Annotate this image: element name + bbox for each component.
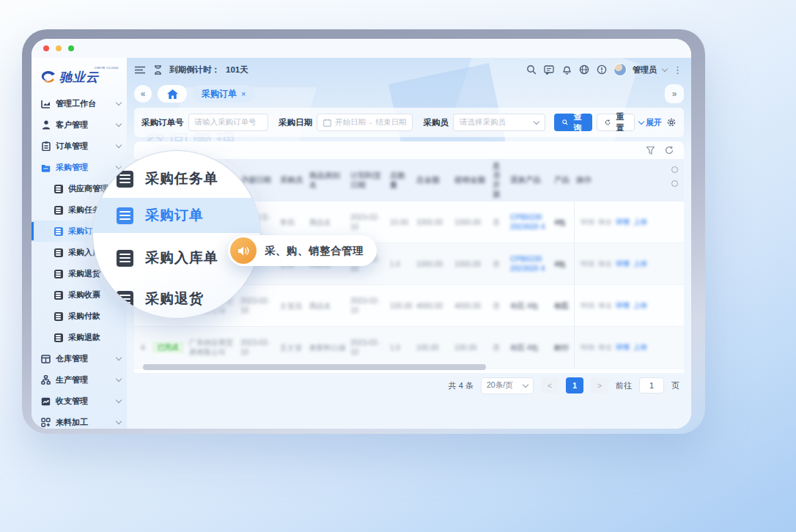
- next-page-button[interactable]: >: [591, 377, 608, 394]
- globe-icon[interactable]: [578, 64, 590, 75]
- expand-chevron-icon: [638, 119, 644, 125]
- row-action-详情[interactable]: 详情: [616, 218, 630, 226]
- message-icon[interactable]: [543, 64, 555, 75]
- order-no-input[interactable]: 请输入采购订单号: [188, 114, 268, 131]
- column-header: 商品类别名: [307, 171, 348, 190]
- tabs-forward-button[interactable]: »: [665, 84, 684, 103]
- table-cell: 1000.00: [452, 259, 490, 269]
- traffic-light-maximize[interactable]: [68, 45, 74, 51]
- row-action-明细[interactable]: 明细: [581, 218, 594, 226]
- table-cell: 商品名: [307, 218, 348, 227]
- sidebar-item-icon: [41, 141, 51, 151]
- sidebar-item-采购付款[interactable]: 采购付款: [32, 306, 127, 327]
- search-icon[interactable]: [526, 64, 537, 75]
- sidebar-item-label: 生产管理: [56, 374, 111, 385]
- product-code-cell[interactable]: CPB0230 2023020 4: [508, 213, 552, 232]
- hourglass-icon: [152, 64, 163, 75]
- table-cell: 主管员: [278, 301, 307, 311]
- row-action-上传[interactable]: 上传: [633, 301, 647, 310]
- row-action-详情[interactable]: 详情: [616, 343, 630, 352]
- tab-purchase-order[interactable]: 采购订单 ×: [193, 85, 254, 103]
- column-gear-icon[interactable]: [671, 166, 678, 173]
- reset-button[interactable]: 重置: [597, 114, 635, 131]
- row-action-修改[interactable]: 修改: [598, 218, 612, 226]
- user-name[interactable]: 管理员: [633, 64, 657, 75]
- list-icon: [54, 227, 63, 236]
- traffic-light-close[interactable]: [43, 45, 49, 51]
- date-range-input[interactable]: 开始日期 - 结束日期: [317, 114, 413, 131]
- user-avatar[interactable]: [613, 63, 627, 76]
- column-config-icons[interactable]: [671, 166, 678, 187]
- row-action-详情[interactable]: 详情: [616, 301, 630, 310]
- column-header: 产品: [552, 175, 574, 185]
- row-action-上传[interactable]: 上传: [633, 343, 647, 352]
- sidebar-item-仓库管理[interactable]: 仓库管理: [32, 348, 127, 369]
- table-refresh-icon[interactable]: [663, 144, 675, 156]
- table-cell: 2023-02-10: [348, 296, 388, 315]
- home-tab-button[interactable]: [158, 85, 187, 103]
- sidebar-item-采购退款[interactable]: 采购退款: [32, 327, 127, 348]
- magnified-menu-item-采购订单[interactable]: 采购订单: [93, 198, 260, 233]
- row-action-详情[interactable]: 详情: [616, 259, 630, 268]
- chevron-down-icon: [116, 397, 122, 403]
- user-chevron-down-icon[interactable]: [662, 65, 668, 71]
- chevron-down-icon: [116, 376, 122, 382]
- search-button[interactable]: 查询: [554, 114, 592, 131]
- sidebar-item-客户管理[interactable]: 客户管理: [32, 114, 127, 136]
- sidebar-item-label: 采购收票: [68, 289, 121, 300]
- row-action-明细[interactable]: 明细: [581, 343, 594, 352]
- buyer-placeholder: 请选择采购员: [460, 117, 506, 128]
- product-code-cell: 布匹 4包: [508, 343, 552, 352]
- filter-settings-gear-icon[interactable]: [666, 117, 677, 128]
- feature-tooltip: 采、购、销整合管理: [228, 235, 377, 266]
- traffic-light-minimize[interactable]: [56, 45, 62, 51]
- speaker-icon: [230, 237, 257, 264]
- row-action-明细[interactable]: 明细: [581, 259, 594, 268]
- tab-label: 采购订单: [202, 88, 237, 100]
- topbar: 到期倒计时： 101天: [127, 58, 691, 81]
- sidebar-item-管理工作台[interactable]: 管理工作台: [32, 93, 127, 114]
- sidebar-item-采购管理[interactable]: 采购管理: [32, 157, 127, 178]
- prev-page-button[interactable]: <: [541, 377, 559, 394]
- row-action-修改[interactable]: 修改: [598, 343, 612, 352]
- row-action-明细[interactable]: 明细: [581, 301, 594, 310]
- sidebar-item-label: 订单管理: [56, 141, 111, 152]
- goto-label: 前往: [616, 380, 632, 391]
- filter-bar: 采购订单号 请输入采购订单号 采购日期 开始日期 - 结束日期 采购员: [134, 108, 684, 137]
- row-action-上传[interactable]: 上传: [633, 259, 647, 268]
- row-action-修改[interactable]: 修改: [598, 259, 612, 268]
- page-size-select[interactable]: 20条/页: [481, 377, 534, 394]
- sidebar-item-生产管理[interactable]: 生产管理: [32, 369, 127, 391]
- column-gear-icon[interactable]: [671, 180, 678, 187]
- tabs-back-button[interactable]: «: [134, 85, 152, 103]
- sidebar-item-收支管理[interactable]: 收支管理: [32, 391, 127, 412]
- magnified-item-label: 采购入库单: [145, 248, 218, 267]
- expand-toggle[interactable]: 展开: [639, 117, 662, 128]
- horizontal-scrollbar[interactable]: [143, 364, 486, 370]
- bell-icon[interactable]: [561, 64, 572, 75]
- table-cell: 1.0: [388, 343, 414, 352]
- table-cell: 100.00: [452, 343, 490, 352]
- info-icon[interactable]: [596, 64, 608, 75]
- brand-tagline: CHIYE CLOUD: [95, 66, 119, 70]
- sidebar-item-订单管理[interactable]: 订单管理: [32, 136, 127, 157]
- goto-page-input[interactable]: 1: [639, 377, 664, 394]
- row-actions: 明细修改详情上传: [574, 285, 679, 326]
- filter-funnel-icon[interactable]: [644, 144, 656, 156]
- sidebar-item-icon: [41, 99, 51, 108]
- product-cell: 封行: [552, 343, 574, 352]
- more-menu-icon[interactable]: ⋮: [673, 64, 682, 75]
- row-action-修改[interactable]: 修改: [598, 301, 612, 310]
- sidebar-item-icon: [54, 248, 63, 257]
- current-page-button[interactable]: 1: [566, 377, 583, 394]
- sidebar-item-label: 采购退款: [68, 332, 121, 343]
- table-row[interactable]: 4已完成广东供应商贸易有限公司2023-02-10王主管奥斯料口袋2023-02…: [134, 327, 684, 369]
- table-cell: 4000.00: [414, 301, 452, 311]
- table-cell: 否: [490, 301, 508, 311]
- buyer-select[interactable]: 请选择采购员: [453, 114, 545, 131]
- product-code-cell[interactable]: CPB0230 2023020 4: [508, 254, 552, 273]
- tab-close-icon[interactable]: ×: [241, 89, 246, 98]
- row-action-上传[interactable]: 上传: [633, 218, 647, 226]
- sidebar-item-来料加工[interactable]: 来料加工: [32, 412, 127, 429]
- hamburger-icon[interactable]: [134, 64, 146, 75]
